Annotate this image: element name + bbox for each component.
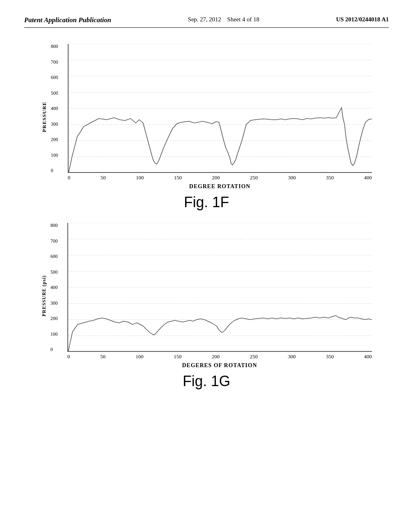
chart-1g-container: PRESSURE (psi) [41, 223, 372, 369]
ytick-700: 700 [51, 60, 58, 64]
publication-title: Patent Application Publication [24, 16, 111, 24]
chart-1f-title: Fig. 1F [24, 194, 389, 211]
g-xtick-400: 400 [364, 353, 372, 360]
chart-1g-title: Fig. 1G [24, 373, 389, 390]
g-xtick-50: 50 [100, 353, 105, 360]
xtick-350: 350 [326, 175, 334, 181]
chart-1f-x-label: DEGREE ROTATION [68, 183, 372, 190]
chart-1g-x-label: DEGERES OF ROTATION [67, 362, 372, 369]
g-ytick-200: 200 [50, 316, 58, 321]
page-header: Patent Application Publication Sep. 27, … [24, 16, 389, 28]
chart-1g-yticks: 0 100 200 300 400 500 600 700 800 [50, 223, 58, 352]
page: Patent Application Publication Sep. 27, … [0, 0, 413, 532]
xtick-50: 50 [100, 175, 106, 181]
chart-1g-xticks: 0 50 100 150 200 250 300 350 400 [67, 353, 372, 360]
g-xtick-150: 150 [174, 353, 182, 360]
chart-1g-xaxis: 0 50 100 150 200 250 300 350 400 DEGERES… [67, 353, 372, 369]
ytick-600: 600 [51, 75, 58, 80]
g-ytick-300: 300 [50, 301, 58, 305]
xtick-400: 400 [364, 175, 372, 181]
g-ytick-0: 0 [50, 347, 58, 352]
g-xtick-200: 200 [212, 353, 220, 360]
patent-number: US 2012/0244018 A1 [336, 16, 389, 23]
g-xtick-300: 300 [288, 353, 296, 360]
chart-1f-area [68, 44, 372, 173]
chart-1g-svg [68, 223, 372, 352]
ytick-500: 500 [51, 91, 58, 96]
xtick-100: 100 [136, 175, 144, 181]
chart-1f-line [69, 108, 372, 173]
chart-1f-section: PRESSURE [24, 44, 389, 211]
g-ytick-600: 600 [50, 254, 58, 259]
chart-1g-wrapper: PRESSURE (psi) [41, 223, 372, 369]
chart-1g-inner: 0 100 200 300 400 500 600 700 800 [49, 223, 372, 369]
chart-1f-xticks: 0 50 100 150 200 250 300 350 400 [68, 175, 372, 181]
ytick-300: 300 [51, 122, 58, 127]
chart-1g-area [67, 223, 372, 352]
sheet-info: Sheet 4 of 18 [227, 16, 259, 23]
xtick-300: 300 [288, 175, 296, 181]
xtick-150: 150 [174, 175, 182, 181]
xtick-0: 0 [68, 175, 71, 181]
ytick-0: 0 [51, 168, 58, 173]
chart-1f-xaxis: 0 50 100 150 200 250 300 350 400 DEGREE … [68, 175, 372, 190]
g-xtick-350: 350 [326, 353, 334, 360]
ytick-100: 100 [51, 153, 58, 158]
chart-1f-y-label: PRESSURE [41, 102, 48, 132]
g-ytick-500: 500 [50, 270, 58, 274]
xtick-200: 200 [212, 175, 220, 181]
chart-1f-container: PRESSURE [41, 44, 372, 190]
header-center: Sep. 27, 2012 Sheet 4 of 18 [188, 16, 259, 23]
g-xtick-0: 0 [67, 353, 70, 360]
chart-1f-wrapper: PRESSURE [41, 44, 372, 190]
chart-1g-line [68, 316, 372, 352]
xtick-250: 250 [250, 175, 258, 181]
ytick-800: 800 [51, 44, 58, 49]
g-xtick-250: 250 [250, 353, 258, 360]
chart-1g-section: PRESSURE (psi) [24, 223, 389, 390]
g-ytick-400: 400 [50, 285, 58, 290]
chart-1f-svg [69, 44, 372, 173]
g-ytick-800: 800 [50, 223, 58, 228]
publication-date: Sep. 27, 2012 [188, 16, 221, 23]
chart-1f-yticks: 0 100 200 300 400 500 600 700 800 [51, 44, 58, 173]
chart-1f-inner: 0 100 200 300 400 500 600 700 800 [50, 44, 372, 190]
g-xtick-100: 100 [136, 353, 144, 360]
ytick-400: 400 [51, 106, 58, 111]
chart-1g-y-label: PRESSURE (psi) [41, 275, 47, 316]
g-ytick-700: 700 [50, 239, 58, 243]
g-ytick-100: 100 [50, 332, 58, 337]
ytick-200: 200 [51, 137, 58, 142]
